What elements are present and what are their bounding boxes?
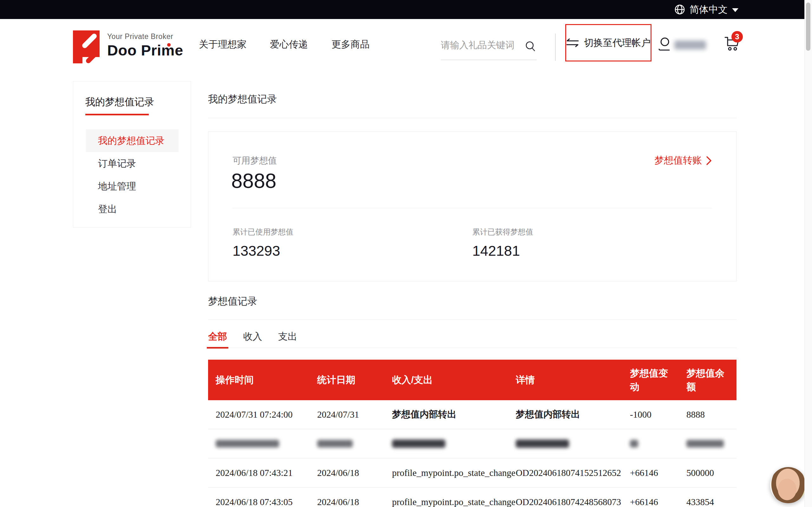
cell-points-balance: 433854 bbox=[687, 497, 737, 507]
sidebar-item-logout[interactable]: 登出 bbox=[86, 198, 179, 221]
cell-masked bbox=[317, 440, 392, 447]
cell-points-balance: 8888 bbox=[687, 409, 737, 420]
user-icon bbox=[657, 36, 672, 52]
earned-points-value: 142181 bbox=[472, 243, 712, 259]
cell-stat-date: 2024/06/18 bbox=[317, 468, 392, 478]
available-points-value: 8888 bbox=[231, 169, 276, 193]
chevron-down-icon bbox=[732, 8, 739, 12]
scrollbar-thumb[interactable] bbox=[806, 3, 810, 51]
sidebar-item-address-management[interactable]: 地址管理 bbox=[86, 175, 179, 198]
divider bbox=[208, 320, 737, 320]
globe-icon bbox=[674, 4, 685, 15]
search-icon[interactable] bbox=[525, 41, 536, 52]
earned-points-label: 累计已获得梦想值 bbox=[472, 227, 712, 237]
cell-operation-time: 2024/06/18 07:43:21 bbox=[208, 468, 317, 478]
cart-count-badge: 3 bbox=[731, 31, 743, 43]
col-points-change: 梦想值变动 bbox=[630, 366, 687, 394]
search-input[interactable] bbox=[441, 40, 520, 50]
cell-stat-date: 2024/06/18 bbox=[317, 497, 392, 507]
table-row: 2024/06/18 07:43:05 2024/06/18 profile_m… bbox=[208, 488, 737, 507]
table-row-masked bbox=[208, 429, 737, 458]
cell-income-expense: 梦想值内部转出 bbox=[392, 408, 516, 421]
cell-details: OD20240618074248568073 bbox=[516, 497, 630, 507]
nav-item-more-products[interactable]: 更多商品 bbox=[332, 38, 369, 51]
cell-points-balance: 500000 bbox=[687, 468, 737, 478]
switch-to-agent-account-button[interactable]: 切换至代理帐户 bbox=[565, 24, 652, 61]
col-stat-date: 统计日期 bbox=[317, 373, 392, 387]
cell-details: 梦想值内部转出 bbox=[516, 408, 630, 421]
used-points-value: 133293 bbox=[233, 243, 472, 259]
earned-points-stat: 累计已获得梦想值 142181 bbox=[472, 227, 712, 259]
chevron-right-icon bbox=[706, 156, 712, 166]
page: 简体中文 Your Private Broker Doo Prime 关于理想家… bbox=[0, 0, 812, 507]
table-header: 操作时间 统计日期 收入/支出 详情 梦想值变动 梦想值余额 bbox=[208, 360, 737, 400]
used-points-label: 累计已使用梦想值 bbox=[233, 227, 472, 237]
nav-item-about[interactable]: 关于理想家 bbox=[199, 38, 247, 51]
language-label: 简体中文 bbox=[690, 3, 728, 16]
tab-income[interactable]: 收入 bbox=[243, 330, 262, 348]
brand-dot bbox=[167, 43, 171, 47]
logo[interactable]: Your Private Broker Doo Prime bbox=[73, 31, 183, 63]
cell-operation-time: 2024/07/31 07:24:00 bbox=[208, 409, 317, 420]
switch-account-label: 切换至代理帐户 bbox=[584, 37, 651, 49]
cell-stat-date: 2024/07/31 bbox=[317, 409, 392, 420]
table-row: 2024/06/18 07:43:21 2024/06/18 profile_m… bbox=[208, 458, 737, 488]
cell-details: OD20240618074152512652 bbox=[516, 468, 630, 478]
chat-widget-avatar[interactable] bbox=[770, 467, 806, 503]
header-divider bbox=[555, 34, 556, 61]
cell-masked bbox=[516, 440, 630, 448]
swap-arrows-icon bbox=[566, 38, 579, 48]
records-section-title: 梦想值记录 bbox=[208, 295, 257, 308]
language-selector[interactable]: 简体中文 bbox=[674, 0, 739, 19]
cell-points-change: -1000 bbox=[630, 409, 687, 420]
tab-all[interactable]: 全部 bbox=[208, 330, 227, 348]
search-box bbox=[441, 36, 537, 60]
cell-points-change: +66146 bbox=[630, 468, 687, 478]
logo-mark-icon bbox=[73, 31, 101, 63]
points-summary-card: 可用梦想值 8888 梦想值转账 累计已使用梦想值 133293 累计已获得梦想… bbox=[208, 131, 737, 281]
logo-brand: Doo Prime bbox=[107, 42, 183, 59]
account-button[interactable] bbox=[657, 36, 672, 52]
nav-item-charity[interactable]: 爱心传递 bbox=[270, 38, 308, 51]
col-income-expense: 收入/支出 bbox=[392, 373, 516, 387]
points-transfer-label: 梦想值转账 bbox=[654, 154, 702, 167]
cell-points-change: +66146 bbox=[630, 497, 687, 507]
cell-operation-time: 2024/06/18 07:43:05 bbox=[208, 497, 317, 507]
sidebar: 我的梦想值记录 我的梦想值记录 订单记录 地址管理 登出 bbox=[73, 81, 191, 228]
records-table: 操作时间 统计日期 收入/支出 详情 梦想值变动 梦想值余额 2024/07/3… bbox=[208, 360, 737, 507]
col-details: 详情 bbox=[516, 373, 630, 387]
sidebar-item-my-dream-points[interactable]: 我的梦想值记录 bbox=[86, 129, 179, 152]
cell-masked bbox=[630, 440, 687, 447]
used-points-stat: 累计已使用梦想值 133293 bbox=[233, 227, 472, 259]
table-row: 2024/07/31 07:24:00 2024/07/31 梦想值内部转出 梦… bbox=[208, 400, 737, 429]
sidebar-title: 我的梦想值记录 bbox=[85, 95, 191, 109]
cell-income-expense: profile_mypoint.po_state_change bbox=[392, 497, 516, 507]
available-points-label: 可用梦想值 bbox=[233, 155, 277, 167]
records-tabs: 全部 收入 支出 bbox=[208, 330, 737, 348]
tab-expense[interactable]: 支出 bbox=[278, 330, 297, 348]
username-masked bbox=[674, 41, 706, 49]
logo-tagline: Your Private Broker bbox=[107, 32, 183, 41]
page-title: 我的梦想值记录 bbox=[208, 93, 277, 106]
col-operation-time: 操作时间 bbox=[208, 373, 317, 387]
col-points-balance: 梦想值余额 bbox=[687, 366, 737, 394]
main-nav: 关于理想家 爱心传递 更多商品 bbox=[199, 38, 369, 51]
card-divider bbox=[233, 208, 712, 208]
top-bar: 简体中文 bbox=[0, 0, 812, 19]
sidebar-item-order-history[interactable]: 订单记录 bbox=[86, 152, 179, 175]
cell-masked bbox=[687, 440, 737, 447]
sidebar-title-underline bbox=[85, 114, 149, 115]
scrollbar-track bbox=[804, 0, 812, 507]
points-transfer-link[interactable]: 梦想值转账 bbox=[654, 154, 712, 167]
cell-income-expense: profile_mypoint.po_state_change bbox=[392, 468, 516, 478]
cell-masked bbox=[208, 440, 317, 447]
cell-masked bbox=[392, 440, 516, 448]
